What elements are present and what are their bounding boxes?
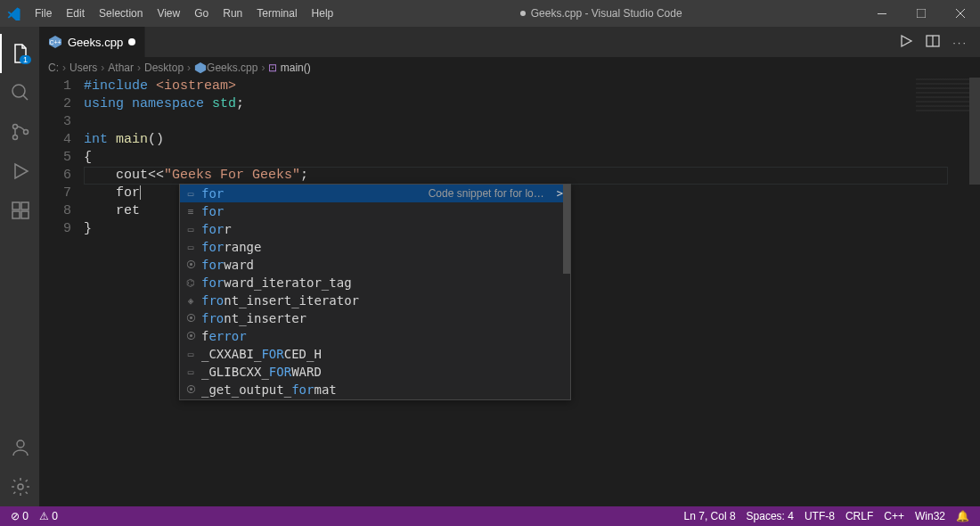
breadcrumb-segment[interactable]: Desktop — [144, 62, 184, 74]
menu-edit[interactable]: Edit — [60, 4, 91, 23]
split-editor-button[interactable] — [926, 34, 940, 51]
menu-terminal[interactable]: Terminal — [250, 4, 303, 23]
svg-rect-7 — [12, 211, 20, 218]
status-language[interactable]: C++ — [878, 510, 910, 522]
suggestion-kind-icon: ▭ — [184, 186, 198, 201]
more-actions-button[interactable]: ··· — [952, 36, 968, 49]
breadcrumb[interactable]: C:› Users› Athar› Desktop› Geeks.cpp› ⊡ … — [39, 58, 980, 78]
svg-rect-0 — [878, 13, 886, 14]
activity-source-control[interactable] — [0, 112, 39, 152]
svg-point-10 — [17, 440, 24, 448]
menu-run[interactable]: Run — [216, 4, 249, 23]
status-eol[interactable]: CRLF — [840, 510, 878, 522]
suggestion-item[interactable]: ≡for — [180, 202, 570, 220]
editor-actions: ··· — [886, 27, 980, 57]
menu-help[interactable]: Help — [306, 4, 340, 23]
breadcrumb-segment[interactable]: C: — [48, 62, 59, 74]
menu-file[interactable]: File — [29, 4, 58, 23]
status-errors[interactable]: ⊘ 0 — [5, 510, 34, 522]
breadcrumb-segment[interactable]: Users — [69, 62, 97, 74]
run-file-button[interactable] — [899, 34, 913, 51]
tab-geeks-cpp[interactable]: C++ Geeks.cpp — [39, 27, 145, 57]
vscode-logo-icon — [7, 6, 21, 21]
breadcrumb-segment[interactable]: Athar — [108, 62, 134, 74]
window-controls — [862, 0, 980, 27]
line-number: 2 — [39, 95, 71, 113]
line-number: 9 — [39, 220, 71, 238]
suggestion-item[interactable]: ⦿_get_output_format — [180, 381, 570, 399]
line-number: 7 — [39, 185, 71, 202]
suggestion-label: ferror — [201, 329, 247, 343]
activity-run-debug[interactable] — [0, 152, 39, 191]
svg-point-3 — [13, 125, 18, 129]
status-warnings[interactable]: ⚠ 0 — [34, 510, 63, 522]
suggestion-item[interactable]: ⦿front_inserter — [180, 309, 570, 327]
title-bar: File Edit Selection View Go Run Terminal… — [0, 0, 980, 27]
menu-go[interactable]: Go — [188, 4, 215, 23]
code-line[interactable]: { — [84, 149, 980, 167]
code-line[interactable]: #include <iostream> — [84, 78, 980, 95]
suggestion-kind-icon: ⦿ — [184, 311, 198, 325]
suggestion-label: _get_output_format — [201, 382, 337, 397]
scrollbar-thumb[interactable] — [969, 78, 980, 185]
svg-rect-1 — [917, 9, 926, 18]
window-title-text: Geeks.cpp - Visual Studio Code — [531, 7, 682, 20]
status-encoding[interactable]: UTF-8 — [799, 510, 840, 522]
menu-selection[interactable]: Selection — [93, 4, 149, 23]
status-target[interactable]: Win32 — [910, 510, 951, 522]
modified-dot-icon — [520, 11, 526, 16]
editor-scrollbar[interactable] — [969, 78, 980, 506]
status-notifications[interactable]: 🔔 — [951, 510, 975, 522]
suggestion-kind-icon: ▭ — [184, 240, 198, 254]
suggestion-label: _GLIBCXX_FORWARD — [201, 365, 322, 379]
suggestion-kind-icon: ≡ — [184, 204, 198, 218]
code-line[interactable]: int main() — [84, 131, 980, 149]
status-line-col[interactable]: Ln 7, Col 8 — [679, 510, 741, 522]
line-number: 1 — [39, 78, 71, 95]
minimize-button[interactable] — [862, 0, 902, 27]
suggestion-label: forward — [201, 258, 254, 272]
suggestion-label: forr — [201, 222, 232, 236]
activity-search[interactable] — [0, 73, 39, 112]
activity-account[interactable] — [0, 428, 39, 467]
suggestion-item[interactable]: ⦿ferror — [180, 327, 570, 345]
suggest-scrollbar[interactable] — [563, 185, 570, 274]
breadcrumb-segment[interactable]: ⊡ main() — [268, 62, 310, 74]
suggestion-label: front_insert_iterator — [201, 293, 359, 308]
status-bar: ⊘ 0 ⚠ 0 Ln 7, Col 8 Spaces: 4 UTF-8 CRLF… — [0, 506, 980, 526]
suggestion-kind-icon: ▭ — [184, 365, 198, 379]
line-number: 4 — [39, 131, 71, 149]
modified-dot-icon — [128, 38, 135, 45]
code-line[interactable] — [84, 113, 980, 131]
suggestion-label: front_inserter — [201, 311, 306, 325]
intellisense-popup[interactable]: ▭forCode snippet for for lo…>≡for▭forr▭f… — [179, 184, 571, 400]
menu-bar: File Edit Selection View Go Run Terminal… — [29, 4, 339, 23]
svg-rect-8 — [21, 211, 29, 218]
activity-extensions[interactable] — [0, 191, 39, 230]
suggestion-item[interactable]: ⦿forward — [180, 256, 570, 274]
suggestion-item[interactable]: ⌬forward_iterator_tag — [180, 274, 570, 292]
suggestion-item[interactable]: ▭forrange — [180, 238, 570, 256]
svg-rect-6 — [12, 202, 20, 210]
status-spaces[interactable]: Spaces: 4 — [741, 510, 799, 522]
suggestion-kind-icon: ▭ — [184, 347, 198, 361]
maximize-button[interactable] — [902, 0, 941, 27]
line-number-gutter: 123456789 — [39, 78, 84, 506]
menu-view[interactable]: View — [151, 4, 186, 23]
code-line[interactable]: using namespace std; — [84, 95, 980, 113]
suggestion-kind-icon: ⦿ — [184, 329, 198, 343]
close-button[interactable] — [941, 0, 980, 27]
suggestion-item[interactable]: ▭_GLIBCXX_FORWARD — [180, 363, 570, 381]
activity-settings[interactable] — [0, 467, 39, 506]
line-number: 8 — [39, 202, 71, 220]
suggestion-item[interactable]: ▭forCode snippet for for lo…> — [180, 185, 570, 202]
tab-label: Geeks.cpp — [68, 36, 123, 49]
code-line[interactable]: cout<<"Geeks For Geeks"; — [84, 167, 980, 185]
suggestion-item[interactable]: ▭_CXXABI_FORCED_H — [180, 345, 570, 363]
activity-explorer[interactable]: 1 — [0, 34, 39, 73]
suggestion-item[interactable]: ▭forr — [180, 220, 570, 238]
breadcrumb-segment[interactable]: Geeks.cpp — [207, 62, 257, 74]
svg-point-2 — [12, 85, 25, 97]
minimap[interactable] — [916, 78, 969, 114]
suggestion-item[interactable]: ◈front_insert_iterator — [180, 292, 570, 309]
